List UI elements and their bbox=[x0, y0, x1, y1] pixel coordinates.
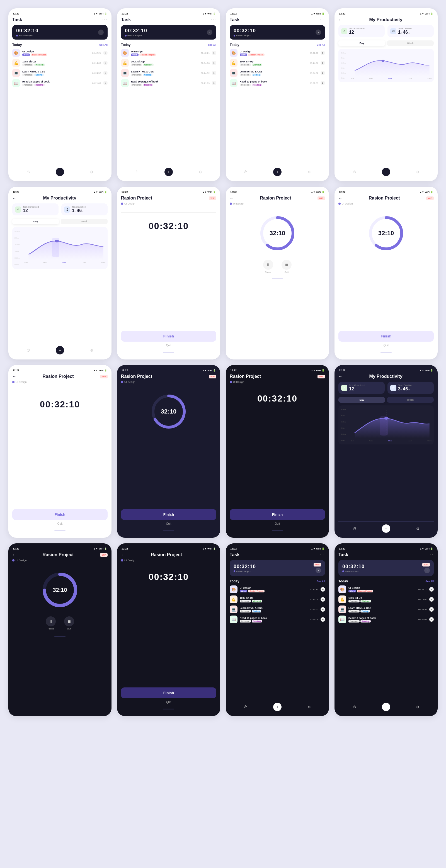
nav-add-p1[interactable]: + bbox=[382, 168, 390, 176]
task-row-situp-td2[interactable]: 💪 100x Sit-Up Personal Workout 00:14:06 … bbox=[338, 595, 434, 603]
play-book-2[interactable]: ▶ bbox=[212, 81, 216, 85]
day-btn-dark[interactable]: Day bbox=[338, 397, 385, 403]
nav-settings-td1[interactable]: ⚙ bbox=[305, 703, 313, 711]
day-btn-small[interactable]: Day bbox=[338, 40, 385, 46]
play-book-3[interactable]: ▶ bbox=[321, 81, 325, 85]
play-situp-2[interactable]: ▶ bbox=[212, 61, 216, 65]
play-html-3[interactable]: ▶ bbox=[321, 71, 325, 75]
menu-dots-td2[interactable]: ··· bbox=[428, 552, 434, 557]
menu-dots[interactable]: ··· bbox=[102, 17, 108, 22]
nav-settings[interactable]: ⚙ bbox=[88, 168, 96, 176]
see-all-link[interactable]: See All bbox=[99, 43, 108, 46]
quit-btn-tcdp[interactable]: ⏹ bbox=[64, 616, 74, 626]
day-btn-large[interactable]: Day bbox=[12, 219, 59, 224]
timer-arrow-2[interactable]: › bbox=[207, 30, 212, 35]
nav-clock-pd[interactable]: ⏱ bbox=[350, 524, 358, 533]
week-btn-large[interactable]: Week bbox=[61, 219, 108, 224]
task-row-html-3[interactable]: 💻 Learn HTML & CSS Personal Coding 00:24… bbox=[230, 69, 325, 77]
back-pd[interactable]: ← bbox=[338, 374, 342, 379]
task-row-design-td2[interactable]: 🎨 UI Design Work Rasion Project 00:32:10… bbox=[338, 585, 434, 593]
active-timer-box[interactable]: 00:32:10 Rasion Project › bbox=[12, 25, 108, 39]
quit-btn-tc1[interactable]: ⏹ bbox=[281, 260, 292, 270]
task-item-1[interactable]: 🎨 UI Design Work Rasion Project 00:42:21… bbox=[12, 49, 108, 57]
play-book-td1[interactable]: ▶ bbox=[321, 617, 325, 622]
quit-text-tcd[interactable]: Quit bbox=[121, 522, 216, 525]
week-btn-small[interactable]: Week bbox=[387, 40, 434, 46]
nav-settings-td2[interactable]: ⚙ bbox=[414, 703, 422, 711]
finish-btn-tld2[interactable]: Finish bbox=[230, 509, 325, 520]
task-row-design-3[interactable]: 🎨 UI Design Work Rasion Project 00:42:21… bbox=[230, 49, 325, 57]
nav-clock-2[interactable]: ⏱ bbox=[133, 168, 141, 176]
back-arrow-p2[interactable]: ← bbox=[12, 196, 16, 200]
task-row-design-td1[interactable]: 🎨 UI Design Work Rasion Project 00:32:10… bbox=[230, 585, 325, 593]
menu-dots-2[interactable]: ··· bbox=[211, 17, 216, 22]
timer-arrow-td1[interactable]: › bbox=[316, 568, 321, 573]
quit-text-tcf[interactable]: Quit bbox=[338, 344, 434, 347]
active-timer-box-td1[interactable]: 00:32:10 Rasion Project WIP › bbox=[230, 560, 325, 576]
back-tlb[interactable]: ← bbox=[12, 374, 16, 379]
finish-btn-tld3[interactable]: Finish bbox=[121, 687, 216, 698]
task-row-situp-td1[interactable]: 💪 100x Sit-Up Personal Workout 00:14:06 … bbox=[230, 595, 325, 603]
finish-btn-tlb[interactable]: Finish bbox=[12, 509, 108, 520]
nav-settings-pd[interactable]: ⚙ bbox=[414, 524, 422, 533]
nav-clock-td2[interactable]: ⏱ bbox=[350, 703, 358, 711]
quit-text-tlb[interactable]: Quit bbox=[12, 522, 108, 525]
play-design-td1[interactable]: ▶ bbox=[321, 587, 325, 592]
play-situp-3[interactable]: ▶ bbox=[321, 61, 325, 65]
task-item-2[interactable]: 💪 100x Sit-Up Personal Workout 00:14:06 … bbox=[12, 59, 108, 67]
nav-clock-p2[interactable]: ⏱ bbox=[24, 346, 32, 354]
nav-settings-p2[interactable]: ⚙ bbox=[88, 346, 96, 354]
quit-text-tld3[interactable]: Quit bbox=[121, 701, 216, 704]
task-row-html-2[interactable]: 💻 Learn HTML & CSS Personal Coding 00:24… bbox=[121, 69, 216, 77]
task-item-4[interactable]: 📖 Read 10 pages of book Personal Reading… bbox=[12, 79, 108, 87]
timer-arrow[interactable]: › bbox=[98, 30, 104, 35]
active-timer-box-3[interactable]: 00:32:10 Rasion Project › bbox=[230, 25, 325, 39]
nav-clock-3[interactable]: ⏱ bbox=[241, 168, 250, 176]
task-row-book-td2[interactable]: 📖 Read 10 pages of book Personal Reading… bbox=[338, 616, 434, 623]
play-button-design[interactable]: ▶ bbox=[103, 51, 108, 55]
week-btn-dark[interactable]: Week bbox=[387, 397, 434, 403]
pause-btn-tcdp[interactable]: ⏸ bbox=[46, 616, 56, 626]
task-item-3[interactable]: 💻 Learn HTML & CSS Personal Coding 00:24… bbox=[12, 69, 108, 77]
nav-add-td2[interactable]: + bbox=[382, 703, 390, 711]
play-button-book[interactable]: ▶ bbox=[103, 81, 108, 85]
task-row-situp-2[interactable]: 💪 100x Sit-Up Personal Workout 00:14:06 … bbox=[121, 59, 216, 67]
see-all-link-2[interactable]: See All bbox=[208, 43, 216, 46]
nav-settings-2[interactable]: ⚙ bbox=[196, 168, 205, 176]
nav-add-3[interactable]: + bbox=[273, 168, 281, 176]
quit-text-tld2[interactable]: Quit bbox=[230, 522, 325, 525]
back-tld3[interactable]: ← bbox=[121, 553, 125, 557]
play-design-3[interactable]: ▶ bbox=[321, 51, 325, 55]
back-arrow-p1[interactable]: ← bbox=[338, 18, 342, 22]
finish-btn-tcd[interactable]: Finish bbox=[121, 509, 216, 520]
finish-btn-tcf[interactable]: Finish bbox=[338, 331, 434, 342]
pause-btn-tc1[interactable]: ⏸ bbox=[263, 260, 273, 270]
task-row-book-2[interactable]: 📖 Read 10 pages of book Personal Reading… bbox=[121, 79, 216, 87]
nav-add-2[interactable]: + bbox=[165, 168, 173, 176]
see-all-link-3[interactable]: See All bbox=[317, 43, 325, 46]
menu-dots-td1[interactable]: ··· bbox=[320, 552, 325, 557]
finish-button-t1[interactable]: Finish bbox=[121, 331, 216, 342]
play-book-td2[interactable]: ▶ bbox=[429, 617, 434, 622]
play-html-2[interactable]: ▶ bbox=[212, 71, 216, 75]
play-html-td2[interactable]: ▶ bbox=[429, 607, 434, 612]
play-button-situp[interactable]: ▶ bbox=[103, 61, 108, 65]
back-tcdp[interactable]: ← bbox=[12, 553, 16, 557]
nav-add-p2[interactable]: + bbox=[56, 346, 64, 354]
task-row-html-td2[interactable]: 💻 Learn HTML & CSS Personal Coding 00:24… bbox=[338, 606, 434, 613]
active-timer-box-td2[interactable]: 00:32:10 Rasion Project WIP › bbox=[338, 560, 434, 576]
task-row-book-3[interactable]: 📖 Read 10 pages of book Personal Reading… bbox=[230, 79, 325, 87]
nav-clock[interactable]: ⏱ bbox=[24, 168, 32, 176]
nav-add-td1[interactable]: + bbox=[273, 703, 281, 711]
active-timer-box-2[interactable]: 00:32:10 Rasion Project › bbox=[121, 25, 216, 39]
see-all-td1[interactable]: See All bbox=[317, 580, 325, 583]
nav-add-pd[interactable]: + bbox=[382, 524, 390, 533]
nav-settings-3[interactable]: ⚙ bbox=[305, 168, 313, 176]
nav-settings-p1[interactable]: ⚙ bbox=[414, 168, 422, 176]
back-tc1[interactable]: ← bbox=[230, 196, 234, 200]
task-row-book-td1[interactable]: 📖 Read 10 pages of book Personal Reading… bbox=[230, 616, 325, 623]
timer-arrow-td2[interactable]: › bbox=[424, 568, 430, 573]
timer-arrow-3[interactable]: › bbox=[316, 30, 321, 35]
play-design-td2[interactable]: ▶ bbox=[429, 587, 434, 592]
play-situp-td1[interactable]: ▶ bbox=[321, 597, 325, 601]
